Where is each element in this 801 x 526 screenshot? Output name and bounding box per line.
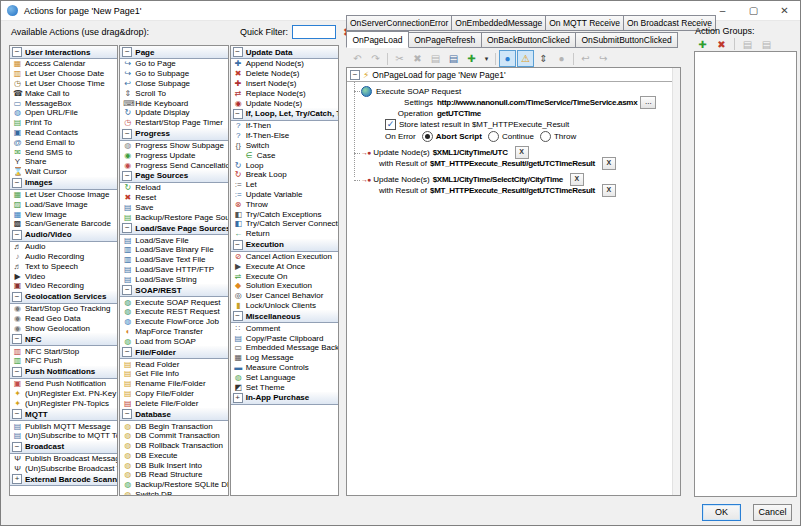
action-item-db-rollback-transaction[interactable]: ◍DB Rollback Transaction bbox=[120, 441, 227, 451]
collapse-icon[interactable]: − bbox=[122, 347, 132, 357]
action-item-backup-restore-page-sources[interactable]: ▤Backup/Restore Page Sources bbox=[120, 212, 227, 222]
action-item-delete-node-s[interactable]: ✖Delete Node(s) bbox=[231, 69, 338, 79]
collapse-icon[interactable]: − bbox=[233, 109, 243, 119]
collapse-icon[interactable]: − bbox=[233, 240, 243, 250]
action-item-view-image[interactable]: ▦View Image bbox=[10, 209, 117, 219]
action-item-messagebox[interactable]: ▭MessageBox bbox=[10, 98, 117, 108]
section-header-geolocation-services[interactable]: −Geolocation Services bbox=[10, 291, 117, 304]
action-item-save[interactable]: ▤Save bbox=[120, 203, 227, 213]
action-item-db-commit-transaction[interactable]: ◍DB Commit Transaction bbox=[120, 431, 227, 441]
quick-filter-input[interactable] bbox=[292, 25, 336, 39]
action-item-hide-keyboard[interactable]: ⌨Hide Keyboard bbox=[120, 98, 227, 108]
add-action-dropdown-icon[interactable]: ▾ bbox=[481, 50, 492, 67]
collapse-icon[interactable]: − bbox=[233, 311, 243, 321]
action-item-wait-cursor[interactable]: ⌛Wait Cursor bbox=[10, 167, 117, 177]
action-item-un-subscribe-broadcast-topic[interactable]: Ψ(Un)Subscribe Broadcast Topic bbox=[10, 464, 117, 474]
settings-value[interactable]: http://www.nanonull.com/TimeService/Time… bbox=[437, 98, 637, 107]
action-item-send-push-notification[interactable]: ▣Send Push Notification bbox=[10, 379, 117, 389]
action-item-update-variable[interactable]: :=Update Variable bbox=[231, 190, 338, 200]
action-item-progress-show-subpage[interactable]: ◍Progress Show Subpage bbox=[120, 141, 227, 151]
action-item-loop[interactable]: ↻Loop bbox=[231, 160, 338, 170]
action-item-read-geo-data[interactable]: ◉Read Geo Data bbox=[10, 314, 117, 324]
close-button[interactable]: ✕ bbox=[769, 1, 800, 20]
collapse-icon[interactable]: − bbox=[12, 47, 22, 57]
action-item-user-cancel-behavior[interactable]: ◎User Cancel Behavior bbox=[231, 291, 338, 301]
expand-icon[interactable]: + bbox=[12, 474, 22, 484]
update-node-row[interactable]: →●Update Node(s)$XML1/CityTime/UTCX bbox=[361, 147, 670, 158]
section-header-external-barcode-scanners[interactable]: +External Barcode Scanners bbox=[10, 473, 117, 486]
action-item-get-file-info[interactable]: ▤Get File Info bbox=[120, 369, 227, 379]
action-item-load-save-file[interactable]: ▤Load/Save File bbox=[120, 235, 227, 245]
action-item-lock-unlock-clients[interactable]: ▮Lock/Unlock Clients bbox=[231, 301, 338, 311]
action-item-scroll-to[interactable]: ⇕Scroll To bbox=[120, 88, 227, 98]
action-item-load-save-binary-file[interactable]: ▥Load/Save Binary File bbox=[120, 245, 227, 255]
action-item-nfc-start-stop[interactable]: ▥NFC Start/Stop bbox=[10, 346, 117, 356]
collapse-icon[interactable]: − bbox=[122, 129, 132, 139]
action-item-go-to-page[interactable]: ↪Go to Page bbox=[120, 59, 227, 69]
action-item-video[interactable]: ▶Video bbox=[10, 271, 117, 281]
action-item-scan-generate-barcode[interactable]: ▩Scan/Generate Barcode bbox=[10, 219, 117, 229]
collapse-icon[interactable]: − bbox=[122, 223, 132, 233]
action-item-insert-node-s[interactable]: ✚Insert Node(s) bbox=[231, 79, 338, 89]
action-item-db-begin-transaction[interactable]: ◍DB Begin Transaction bbox=[120, 421, 227, 431]
section-header-progress[interactable]: −Progress bbox=[120, 128, 227, 141]
delete-group-icon[interactable]: ✖ bbox=[713, 36, 730, 53]
action-item-un-register-ext-pn-key[interactable]: ✦(Un)Register Ext. PN-Key bbox=[10, 389, 117, 399]
update-node-target[interactable]: $XML1/CityTime/SelectCity/City/Time bbox=[433, 175, 563, 184]
action-item-access-calendar[interactable]: ▦Access Calendar bbox=[10, 59, 117, 69]
update-node-result[interactable]: $MT_HTTPExecute_Result//getUTCTimeResult bbox=[430, 159, 595, 168]
collapse-icon[interactable]: − bbox=[12, 230, 22, 240]
tree-scrollbar[interactable] bbox=[672, 68, 680, 495]
action-item-copy-file-folder[interactable]: ▤Copy File/Folder bbox=[120, 389, 227, 399]
action-item-load-save-string[interactable]: ▤Load/Save String bbox=[120, 274, 227, 284]
show-info-toggle-icon[interactable]: ● bbox=[499, 50, 516, 67]
action-item-solution-execution[interactable]: ◆Solution Execution bbox=[231, 281, 338, 291]
xpath-edit-button[interactable]: X bbox=[602, 157, 616, 170]
action-item-go-to-subpage[interactable]: ↪Go to Subpage bbox=[120, 69, 227, 79]
action-item-make-call-to[interactable]: ☎Make Call to bbox=[10, 88, 117, 98]
collapse-icon[interactable]: − bbox=[12, 178, 22, 188]
tab-on-mqtt-receive[interactable]: On MQTT Receive bbox=[545, 15, 624, 31]
collapse-icon[interactable]: − bbox=[350, 70, 360, 80]
action-item-restart-stop-page-timer[interactable]: ◷Restart/Stop Page Timer bbox=[120, 118, 227, 128]
action-item-load-save-image[interactable]: ▨Load/Save Image bbox=[10, 199, 117, 209]
action-item-video-recording[interactable]: ▣Video Recording bbox=[10, 281, 117, 291]
on-error-option-throw[interactable]: Throw bbox=[540, 131, 576, 142]
ok-button[interactable]: OK bbox=[702, 504, 741, 521]
action-item-print-to[interactable]: ▤Print To bbox=[10, 118, 117, 128]
action-item-delete-file-folder[interactable]: ▤Delete File/Folder bbox=[120, 398, 227, 408]
action-item-backup-restore-sqlite-db[interactable]: ◍Backup/Restore SQLite DB bbox=[120, 480, 227, 490]
action-item-update-node-s[interactable]: ◉Update Node(s) bbox=[231, 98, 338, 108]
collapse-icon[interactable]: − bbox=[122, 171, 132, 181]
store-result-checkbox[interactable]: ✓ bbox=[385, 119, 396, 130]
action-item-execute-soap-request[interactable]: ◍Execute SOAP Request bbox=[120, 297, 227, 307]
action-item-try-catch-exceptions[interactable]: ◧Try/Catch Exceptions bbox=[231, 209, 338, 219]
action-item-read-contacts[interactable]: ▣Read Contacts bbox=[10, 128, 117, 138]
section-header-page[interactable]: −Page bbox=[120, 46, 227, 59]
update-node-row[interactable]: →●Update Node(s)$XML1/CityTime/SelectCit… bbox=[361, 174, 670, 185]
action-item-update-display[interactable]: ↻Update Display bbox=[120, 108, 227, 118]
section-header-page-sources[interactable]: −Page Sources bbox=[120, 170, 227, 183]
section-header-database[interactable]: −Database bbox=[120, 408, 227, 421]
section-header-soap-rest[interactable]: −SOAP/REST bbox=[120, 284, 227, 297]
add-group-icon[interactable]: ✚ bbox=[694, 36, 711, 53]
action-item-text-to-speech[interactable]: ♬Text to Speech bbox=[10, 261, 117, 271]
action-item-progress-send-cancellation[interactable]: ◉Progress Send Cancellation bbox=[120, 160, 227, 170]
section-header-nfc[interactable]: −NFC bbox=[10, 333, 117, 346]
update-node-target[interactable]: $XML1/CityTime/UTC bbox=[433, 148, 508, 157]
collapse-icon[interactable]: − bbox=[122, 409, 132, 419]
action-item-un-subscribe-to-mqtt-topic[interactable]: ▤(Un)Subscribe to MQTT Topic bbox=[10, 431, 117, 441]
action-item-read-folder[interactable]: ▤Read Folder bbox=[120, 359, 227, 369]
action-item-send-sms-to[interactable]: ✉Send SMS to bbox=[10, 147, 117, 157]
action-item-open-url-file[interactable]: ◍Open URL/File bbox=[10, 108, 117, 118]
show-warnings-toggle-icon[interactable]: ⚠ bbox=[517, 50, 534, 67]
tab-onembeddedmessage[interactable]: OnEmbeddedMessage bbox=[451, 15, 546, 31]
action-item-db-execute[interactable]: ◍DB Execute bbox=[120, 451, 227, 461]
collapse-icon[interactable]: − bbox=[12, 367, 22, 377]
tab-onpageload[interactable]: OnPageLoad bbox=[346, 31, 409, 48]
section-header-user-interactions[interactable]: −User Interactions bbox=[10, 46, 117, 59]
tab-onpagerefresh[interactable]: OnPageRefresh bbox=[408, 32, 482, 48]
add-action-icon[interactable]: ✚ bbox=[463, 50, 480, 67]
action-item-db-read-structure[interactable]: ◍DB Read Structure bbox=[120, 470, 227, 480]
action-item-nfc-push[interactable]: ▥NFC Push bbox=[10, 356, 117, 366]
